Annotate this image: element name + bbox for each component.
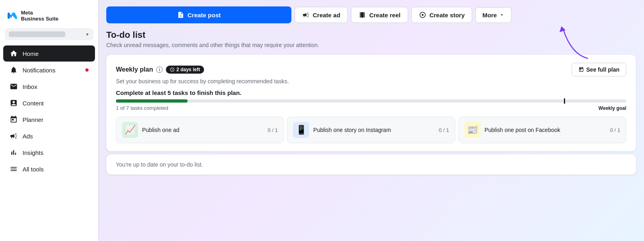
sidebar-item-home-label: Home <box>23 50 39 57</box>
svg-point-1 <box>422 14 424 16</box>
days-left-text: 2 days left <box>176 67 200 72</box>
all-tools-icon <box>10 165 18 173</box>
progress-bar-fill <box>116 99 188 103</box>
task-card-publish-ad[interactable]: 📈 Publish one ad 0 / 1 <box>116 117 284 143</box>
create-story-button[interactable]: Create story <box>411 7 473 23</box>
uptodate-card: You're up to date on your to-do list. <box>106 154 636 175</box>
sidebar-logo: Meta Business Suite <box>0 6 98 28</box>
sidebar-item-insights-label: Insights <box>23 149 43 156</box>
sidebar-item-home[interactable]: Home <box>3 45 95 62</box>
sidebar-item-inbox-label: Inbox <box>23 83 37 90</box>
progress-goal-marker <box>564 98 565 104</box>
create-story-label: Create story <box>429 12 465 19</box>
chevron-down-icon: ▼ <box>85 32 89 37</box>
create-ad-button[interactable]: Create ad <box>295 7 348 23</box>
bell-icon <box>10 66 18 74</box>
toolbar: Create post Create ad Create reel Create… <box>98 0 644 30</box>
weekly-plan-card: Weekly plan i 2 days left See full plan … <box>106 55 636 151</box>
plan-icon <box>578 67 584 72</box>
content-icon <box>10 99 18 107</box>
task-progress-publish-ad: 0 / 1 <box>268 127 278 133</box>
sidebar-logo-text: Meta Business Suite <box>21 10 58 22</box>
sidebar-item-content[interactable]: Content <box>3 95 95 111</box>
create-reel-icon <box>359 11 366 19</box>
create-post-label: Create post <box>188 12 221 19</box>
sidebar-item-ads[interactable]: Ads <box>3 128 95 144</box>
content-area: To-do list Check unread messages, commen… <box>98 30 644 241</box>
task-label-publish-ad: Publish one ad <box>142 127 264 133</box>
page-title: To-do list <box>106 30 636 40</box>
sidebar-item-all-tools-label: All tools <box>23 166 44 173</box>
ads-icon <box>10 132 18 140</box>
create-post-button[interactable]: Create post <box>106 6 291 23</box>
complete-tasks-text: Complete at least 5 tasks to finish this… <box>116 89 626 96</box>
progress-info-row: 1 of 7 tasks completed Weekly goal <box>116 105 626 111</box>
weekly-plan-title: Weekly plan <box>116 66 153 73</box>
create-post-icon <box>177 11 184 19</box>
task-label-publish-post-facebook: Publish one post on Facebook <box>485 127 606 133</box>
weekly-goal-text: Weekly goal <box>599 105 626 111</box>
planner-icon <box>10 115 18 124</box>
task-card-publish-post-facebook[interactable]: 📰 Publish one post on Facebook 0 / 1 <box>458 117 626 143</box>
weekly-plan-subtitle: Set your business up for success by comp… <box>116 78 626 84</box>
task-card-publish-story-instagram[interactable]: 📱 Publish one story on Instagram 0 / 1 <box>287 117 455 143</box>
create-story-icon <box>419 11 426 19</box>
progress-bar <box>116 99 626 103</box>
tasks-completed-text: 1 of 7 tasks completed <box>116 105 168 111</box>
see-full-plan-button[interactable]: See full plan <box>572 63 626 76</box>
task-progress-publish-story-instagram: 0 / 1 <box>439 127 449 133</box>
weekly-plan-header: Weekly plan i 2 days left See full plan <box>116 63 626 76</box>
see-full-plan-label: See full plan <box>586 66 619 73</box>
task-icon-publish-story-instagram: 📱 <box>293 122 309 138</box>
home-icon <box>10 49 18 58</box>
sidebar-item-content-label: Content <box>23 100 44 107</box>
sidebar-account-selector[interactable]: ▼ <box>5 28 93 40</box>
create-ad-icon <box>302 11 310 19</box>
sidebar-navigation: Home Notifications Inbox Content <box>0 43 98 179</box>
create-reel-label: Create reel <box>369 12 400 19</box>
task-label-publish-story-instagram: Publish one story on Instagram <box>313 127 435 133</box>
sidebar-item-inbox[interactable]: Inbox <box>3 78 95 95</box>
sidebar-item-notifications[interactable]: Notifications <box>3 62 95 78</box>
more-button[interactable]: More <box>475 7 512 23</box>
chevron-down-icon <box>499 12 505 18</box>
sidebar-item-insights[interactable]: Insights <box>3 144 95 161</box>
task-progress-publish-post-facebook: 0 / 1 <box>610 127 620 133</box>
info-icon[interactable]: i <box>156 66 163 73</box>
more-label: More <box>482 12 497 19</box>
meta-logo-icon <box>6 10 18 21</box>
main-content: Create post Create ad Create reel Create… <box>98 0 644 241</box>
task-icon-publish-ad: 📈 <box>122 122 138 138</box>
sidebar: Meta Business Suite ▼ Home Notifications <box>0 0 98 241</box>
uptodate-text: You're up to date on your to-do list. <box>116 161 203 168</box>
clock-icon <box>170 67 175 72</box>
create-ad-label: Create ad <box>313 12 340 19</box>
sidebar-item-planner-label: Planner <box>23 116 43 123</box>
account-name-placeholder <box>9 31 65 37</box>
create-reel-button[interactable]: Create reel <box>351 7 408 23</box>
sidebar-item-notifications-label: Notifications <box>23 67 56 74</box>
sidebar-item-all-tools[interactable]: All tools <box>3 161 95 177</box>
task-icon-publish-post-facebook: 📰 <box>464 122 481 138</box>
todo-subtitle: Check unread messages, comments and othe… <box>106 42 636 48</box>
days-left-badge: 2 days left <box>166 66 204 74</box>
weekly-plan-title-row: Weekly plan i 2 days left <box>116 66 204 74</box>
task-cards-row: 📈 Publish one ad 0 / 1 📱 Publish one sto… <box>116 117 626 143</box>
inbox-icon <box>10 82 18 91</box>
sidebar-item-planner[interactable]: Planner <box>3 111 95 128</box>
insights-icon <box>10 148 18 157</box>
notification-dot <box>85 68 89 72</box>
sidebar-item-ads-label: Ads <box>23 133 33 140</box>
